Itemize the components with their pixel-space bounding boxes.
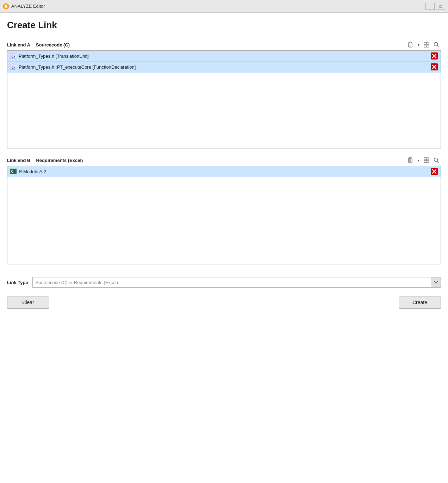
svg-point-1	[5, 5, 7, 8]
search-icon-b	[433, 157, 440, 163]
link-end-b-list: X R Module A:2	[7, 166, 441, 264]
link-end-b-toolbar: ▾	[406, 156, 441, 164]
main-window: ANALYZE Editor — □ Create Link Link end …	[0, 0, 448, 483]
grid-button-a[interactable]	[422, 40, 431, 49]
clipboard-icon-a	[407, 42, 413, 48]
link-end-a-header: Link end A Sourcecode (C) ▾	[7, 40, 441, 49]
remove-icon-a-2	[431, 63, 438, 70]
link-end-a-list: {} Platform_Types.h [TranslationUnit]	[7, 50, 441, 149]
link-type-value: Sourcecode (C) ⇔ Requirements (Excel)	[36, 280, 429, 285]
app-logo	[3, 3, 9, 10]
clipboard-icon-b	[407, 157, 413, 163]
window-title: ANALYZE Editor	[11, 4, 425, 9]
svg-text:{}: {}	[11, 65, 15, 69]
svg-text:X: X	[11, 170, 13, 174]
list-item-text: Platform_Types.h::PT_executeCore [Functi…	[19, 64, 431, 70]
remove-item-b-1-button[interactable]	[431, 168, 438, 175]
list-item: {} Platform_Types.h::PT_executeCore [Fun…	[7, 62, 441, 73]
svg-rect-29	[427, 158, 429, 160]
link-end-b-header: Link end B Requirements (Excel) ▾	[7, 156, 441, 164]
svg-rect-31	[427, 161, 429, 163]
create-button[interactable]: Create	[399, 296, 441, 309]
clipboard-button-a[interactable]	[406, 40, 415, 49]
svg-rect-9	[424, 45, 426, 47]
main-content: Create Link Link end A Sourcecode (C)	[0, 13, 448, 483]
window-controls: — □	[425, 3, 445, 10]
svg-rect-10	[427, 45, 429, 47]
svg-rect-3	[409, 42, 411, 43]
link-end-b-label: Link end B	[7, 158, 30, 163]
remove-icon-b-1	[431, 168, 438, 175]
link-type-label: Link Type	[7, 280, 28, 285]
button-row: Clear Create	[7, 296, 441, 309]
remove-icon-a-1	[431, 52, 438, 59]
grid-button-b[interactable]	[422, 156, 431, 164]
excel-icon-b1: X	[10, 168, 17, 175]
remove-item-a-1-button[interactable]	[431, 52, 438, 59]
grid-icon-b	[423, 157, 430, 163]
link-end-a-type: Sourcecode (C)	[36, 42, 70, 48]
svg-rect-30	[424, 161, 426, 163]
svg-rect-8	[427, 42, 429, 44]
clipboard-button-b[interactable]	[406, 156, 415, 164]
svg-rect-24	[409, 157, 411, 158]
page-title: Create Link	[7, 20, 441, 31]
list-item-text: Platform_Types.h [TranslationUnit]	[19, 54, 431, 59]
svg-rect-7	[424, 42, 426, 44]
svg-text:{}: {}	[11, 55, 15, 58]
list-empty-space-a	[7, 73, 441, 143]
link-type-section: Link Type Sourcecode (C) ⇔ Requirements …	[7, 277, 441, 288]
chevron-down-icon	[434, 281, 438, 284]
link-type-select[interactable]: Sourcecode (C) ⇔ Requirements (Excel)	[32, 277, 441, 288]
clear-button[interactable]: Clear	[7, 296, 49, 309]
svg-line-12	[437, 46, 439, 48]
link-end-b-type: Requirements (Excel)	[36, 158, 83, 163]
list-item: X R Module A:2	[7, 166, 441, 177]
clipboard-dropdown-b[interactable]: ▾	[416, 156, 421, 164]
link-end-b-section: Link end B Requirements (Excel) ▾	[7, 156, 441, 264]
minimize-button[interactable]: —	[425, 3, 435, 10]
search-icon-a	[433, 42, 440, 48]
sourcecode-icon-1: {}	[10, 53, 17, 59]
svg-rect-28	[424, 158, 426, 160]
link-end-a-toolbar: ▾	[406, 40, 441, 49]
grid-icon-a	[423, 42, 430, 48]
sourcecode-icon-2: {}	[10, 64, 17, 70]
clipboard-dropdown-a[interactable]: ▾	[416, 40, 421, 49]
list-item-text: R Module A:2	[19, 169, 431, 174]
link-end-a-section: Link end A Sourcecode (C) ▾	[7, 40, 441, 149]
search-button-b[interactable]	[432, 156, 441, 164]
title-bar: ANALYZE Editor — □	[0, 0, 448, 13]
list-empty-space-b	[7, 177, 441, 247]
link-end-a-label: Link end A	[7, 42, 30, 48]
list-item: {} Platform_Types.h [TranslationUnit]	[7, 51, 441, 62]
remove-item-a-2-button[interactable]	[431, 63, 438, 70]
maximize-button[interactable]: □	[436, 3, 445, 10]
link-type-dropdown-arrow[interactable]	[431, 277, 441, 287]
search-button-a[interactable]	[432, 40, 441, 49]
svg-line-33	[437, 161, 439, 163]
